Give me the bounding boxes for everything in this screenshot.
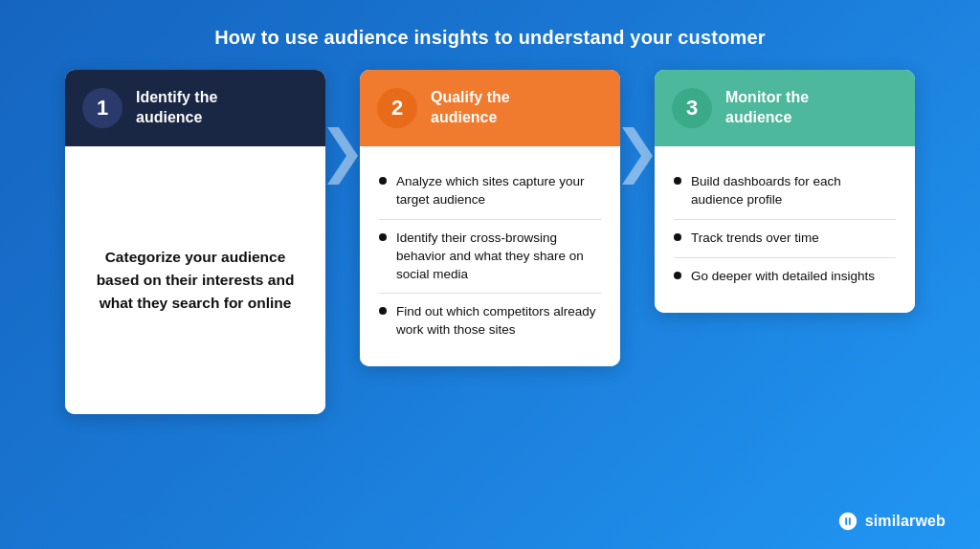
card-3-body: Build dashboards for each audience profi…: [655, 146, 915, 313]
svg-marker-0: [327, 127, 358, 185]
step-number-1: 1: [82, 88, 122, 128]
arrow-1: [325, 127, 360, 185]
bullet-text: Build dashboards for each audience profi…: [691, 173, 896, 209]
bullet-text: Track trends over time: [691, 230, 819, 248]
bullet-dot: [674, 233, 681, 241]
page-wrapper: How to use audience insights to understa…: [0, 0, 980, 414]
page-title: How to use audience insights to understa…: [0, 0, 980, 70]
arrow-2: [620, 127, 655, 185]
card-1-title: Identify theaudience: [136, 88, 217, 128]
bullet-text: Find out which competitors already work …: [396, 303, 601, 340]
list-item: Go deeper with detailed insights: [674, 258, 896, 296]
list-item: Build dashboards for each audience profi…: [674, 164, 896, 220]
card-2-header: 2 Qualify theaudience: [360, 70, 620, 146]
bullet-dot: [379, 307, 387, 315]
step-number-2: 2: [377, 88, 417, 128]
bullet-dot: [379, 233, 387, 241]
card-2-body: Analyze which sites capture your target …: [360, 146, 620, 366]
bullet-text: Identify their cross-browsing behavior a…: [396, 230, 601, 284]
card-2-bullet-list: Analyze which sites capture your target …: [379, 164, 601, 349]
chevron-right-icon: [622, 127, 653, 185]
card-2-title: Qualify theaudience: [431, 88, 510, 128]
bullet-text: Analyze which sites capture your target …: [396, 173, 601, 209]
list-item: Track trends over time: [674, 220, 896, 258]
card-1-body-text: Categorize your audience based on their …: [84, 246, 306, 315]
card-3-bullet-list: Build dashboards for each audience profi…: [674, 164, 896, 296]
card-monitor: 3 Monitor theaudience Build dashboards f…: [655, 70, 915, 313]
bullet-dot: [674, 272, 681, 279]
chevron-right-icon: [327, 127, 358, 185]
bullet-text: Go deeper with detailed insights: [691, 268, 875, 286]
svg-marker-1: [622, 127, 653, 185]
similarweb-logo: similarweb: [837, 511, 946, 532]
list-item: Identify their cross-browsing behavior a…: [379, 220, 601, 295]
list-item: Analyze which sites capture your target …: [379, 164, 601, 220]
card-1-body: Categorize your audience based on their …: [65, 146, 325, 414]
card-qualify: 2 Qualify theaudience Analyze which site…: [360, 70, 620, 366]
bullet-dot: [674, 177, 681, 185]
card-1-header: 1 Identify theaudience: [65, 70, 325, 146]
logo-text: similarweb: [865, 513, 946, 530]
similarweb-icon: [837, 511, 858, 532]
cards-container: 1 Identify theaudience Categorize your a…: [0, 70, 980, 414]
card-3-header: 3 Monitor theaudience: [655, 70, 915, 146]
card-identify: 1 Identify theaudience Categorize your a…: [65, 70, 325, 414]
card-3-title: Monitor theaudience: [725, 88, 809, 128]
list-item: Find out which competitors already work …: [379, 294, 601, 349]
bullet-dot: [379, 177, 387, 185]
step-number-3: 3: [672, 88, 712, 128]
